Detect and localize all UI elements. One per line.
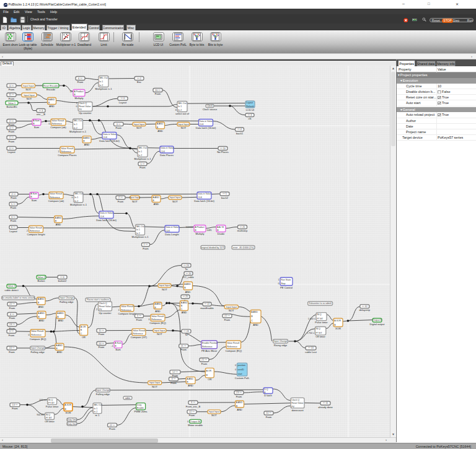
svg-text:A AND: A AND [152,196,159,199]
svg-text:5 ›››: 5 ››› [11,203,16,206]
svg-text:Off timer: Off timer [45,420,55,423]
svg-text:From: From [143,247,149,250]
svg-text:Reference: Reference [227,346,237,348]
svg-text:Duty 1ms: Duty 1ms [67,419,76,421]
svg-text:cable Lost: cable Lost [305,351,317,354]
svg-text:button2: button2 [58,279,67,282]
svg-text:From: From [180,348,187,351]
svg-text:1: 1 [58,150,60,153]
svg-text:From: From [77,81,84,84]
svg-text:In 1: In 1 [178,105,182,108]
svg-text:Data in Value: Data in Value [103,133,116,136]
svg-text:Data in Value: Data in Value [200,120,213,123]
svg-text:Layout: Layout [7,150,15,154]
svg-text:From: From [11,206,17,209]
svg-text:IN Q: IN Q [317,313,322,316]
svg-text:NOT: NOT [25,88,31,91]
svg-text:-1: -1 [111,345,113,347]
svg-text:AND: AND [84,143,90,146]
svg-text:From: From [224,318,231,321]
svg-text:Layout: Layout [119,101,127,104]
svg-text:Input Input: Input Input [24,94,34,97]
svg-text:››› 2: ››› 2 [137,77,141,80]
svg-text:Rising edge: Rising edge [274,344,288,347]
svg-text:PWM 20ms: PWM 20ms [134,410,148,413]
svg-text:0: 0 [235,364,236,367]
svg-text:multistep: multistep [237,229,248,232]
svg-text:IN Q: IN Q [48,399,53,401]
svg-text:10 ›››: 10 ››› [266,412,272,414]
svg-text:From: From [136,318,143,321]
svg-text:AND: AND [56,223,61,226]
svg-text:Falling edge: Falling edge [31,351,45,354]
svg-text:D Q: D Q [264,388,268,391]
svg-text:Input Input: Input Input [209,411,219,413]
svg-text:A AND: A AND [187,378,193,380]
svg-text:Compare (EQ): Compare (EQ) [149,321,166,325]
svg-text:››› 22: ››› 22 [205,303,210,305]
svg-text:››› 3: ››› 3 [39,110,43,112]
svg-text:Compare (ab): Compare (ab) [50,126,66,129]
svg-text:1.700 s: 1.700 s [307,332,314,334]
svg-text:A Sum: A Sum [115,342,121,344]
svg-text:A Product: A Product [74,90,84,93]
svg-text:Reference: Reference [133,333,143,335]
svg-text:PT ET: PT ET [46,417,53,419]
svg-text:NOT: NOT [136,126,142,129]
svg-text:From: From [115,126,121,129]
svg-text:2: 2 [27,230,28,232]
svg-text:2 ›››: 2 ››› [12,193,17,196]
svg-text:Sum: Sum [115,348,121,351]
svg-text:Pulse timer: Pulse timer [315,321,328,324]
svg-text:CLK: CLK [161,150,165,153]
svg-text:From: From [99,333,105,336]
svg-text:Divide: Divide [218,232,225,235]
svg-text:Custom PoIL: Custom PoIL [235,377,250,380]
svg-text:Value Result: Value Result [151,315,164,318]
svg-text:PV: PV [99,308,102,311]
svg-text:Data latch (16-bit): Data latch (16-bit) [99,139,120,142]
svg-text:3 ›››: 3 ››› [117,123,121,126]
svg-text:3 ›››: 3 ››› [9,85,14,87]
svg-text:NOT: NOT [27,97,32,100]
svg-text:0: 0 [72,196,73,199]
svg-text:Input Input: Input Input [149,381,160,384]
svg-text:PT ET: PT ET [48,402,55,404]
svg-text:A AND: A AND [184,283,191,286]
svg-text:A AND: A AND [181,302,188,304]
svg-text:6 ›››: 6 ››› [11,226,16,229]
svg-text:A AND: A AND [57,312,64,315]
svg-text:AND: AND [49,105,55,108]
svg-text:From: From [9,307,15,310]
svg-text:To: To [185,333,188,336]
svg-text:››› 5: ››› 5 [223,193,227,195]
svg-text:Compare lenght: Compare lenght [118,312,136,315]
svg-text:Refresh: Refresh [246,105,254,108]
svg-text:1: 1 [118,309,120,312]
svg-text:SEL Out: SEL Out [74,193,82,195]
svg-text:Data in Value: Data in Value [100,212,113,214]
svg-text:››› 11: ››› 11 [323,402,328,404]
svg-text:22 ›››: 22 ››› [189,411,195,413]
svg-text:4 ›››: 4 ››› [9,127,14,129]
svg-text:Value Result: Value Result [227,342,239,344]
svg-text:Falling edge: Falling edge [60,300,74,303]
svg-text:In 2: In 2 [138,154,142,157]
svg-text:2 ›››: 2 ››› [9,136,14,139]
svg-text:In 1: In 1 [74,123,77,126]
svg-text:A AND: A AND [83,137,90,139]
svg-text:Compare (ab): Compare (ab) [48,199,64,203]
svg-text:1: 1 [76,102,77,105]
svg-text:NOT: NOT [162,288,167,291]
svg-text:From: From [12,407,18,410]
svg-text:Multiplexer n-1: Multiplexer n-1 [95,87,113,90]
svg-text:From: From [236,395,242,398]
svg-text:Input Change: Input Change [60,297,73,299]
svg-text:Input Input: Input Input [226,306,237,308]
svg-text:Reset Encoder: Reset Encoder [43,85,59,87]
svg-text:NOT: NOT [152,385,157,388]
svg-text:AND: AND [38,305,44,308]
svg-text:24 ›››: 24 ››› [9,347,15,349]
svg-text:AND: AND [157,129,163,133]
svg-text:Multiplexer n-1: Multiplexer n-1 [132,235,149,238]
